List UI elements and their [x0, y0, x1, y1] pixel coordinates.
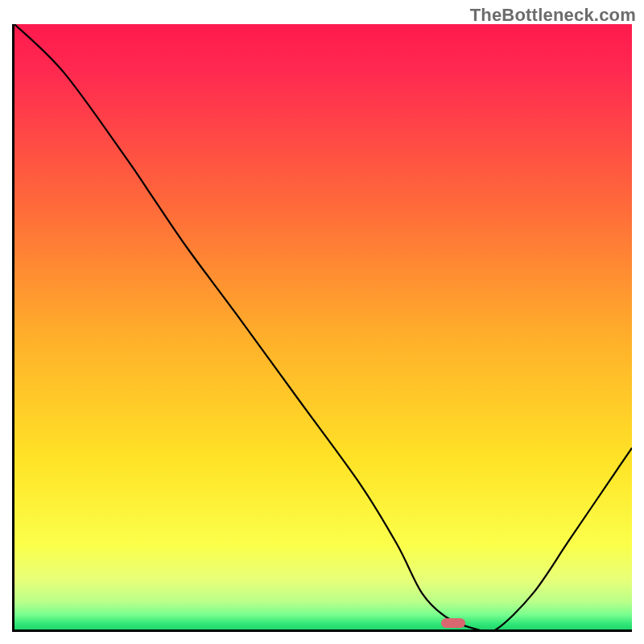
bottleneck-marker — [441, 618, 465, 628]
plot-area — [12, 24, 632, 632]
chart-curve — [14, 24, 632, 630]
chart-container: TheBottleneck.com — [0, 0, 644, 644]
watermark-text: TheBottleneck.com — [470, 5, 636, 26]
